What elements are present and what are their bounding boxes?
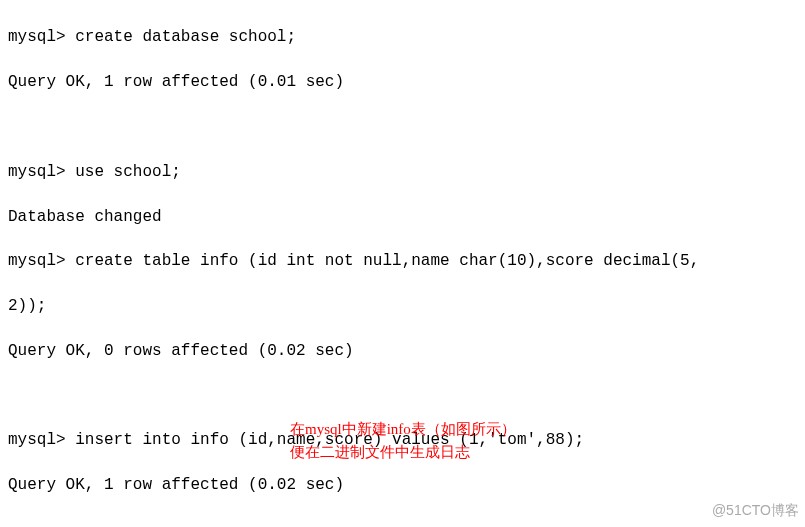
result-create-database: Query OK, 1 row affected (0.01 sec) [8, 71, 797, 93]
result-create-table: Query OK, 0 rows affected (0.02 sec) [8, 340, 797, 362]
annotation-line-1: 在mysql中新建info表（如图所示） [290, 418, 516, 441]
annotation-line-2: 便在二进制文件中生成日志 [290, 441, 516, 464]
result-insert-1: Query OK, 1 row affected (0.02 sec) [8, 474, 797, 496]
blank-line [8, 385, 797, 407]
blank-line [8, 116, 797, 138]
cmd-use-school: mysql> use school; [8, 161, 797, 183]
cmd-create-table-1: mysql> create table info (id int not nul… [8, 250, 797, 272]
result-database-changed: Database changed [8, 206, 797, 228]
blank-line [8, 519, 797, 527]
cmd-create-table-2: 2)); [8, 295, 797, 317]
watermark: @51CTO博客 [712, 501, 799, 521]
annotation-note: 在mysql中新建info表（如图所示） 便在二进制文件中生成日志 [290, 418, 516, 463]
cmd-create-database: mysql> create database school; [8, 26, 797, 48]
